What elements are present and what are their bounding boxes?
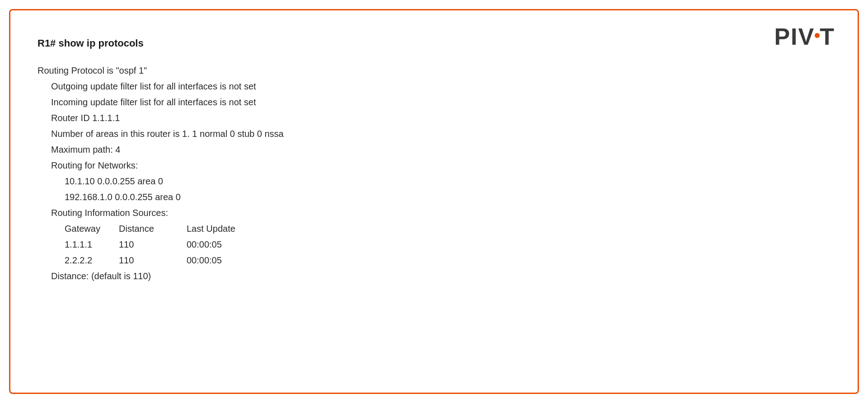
logo-dot [815, 33, 820, 38]
output-line-2: Outgoing update filter list for all inte… [51, 79, 830, 94]
table-row-2-gateway: 2.2.2.2 [65, 253, 119, 268]
table-row-2: 2.2.2.2 110 00:00:05 [65, 253, 830, 268]
output-block: Routing Protocol is "ospf 1" Outgoing up… [38, 63, 830, 284]
table-row-1-last-update: 00:00:05 [187, 237, 277, 253]
main-container: PIV T R1# show ip protocols Routing Prot… [9, 9, 859, 394]
output-line-9: 192.168.1.0 0.0.0.255 area 0 [65, 189, 830, 205]
output-line-last: Distance: (default is 110) [51, 268, 830, 284]
table-row-2-last-update: 00:00:05 [187, 253, 277, 268]
command-line: R1# show ip protocols [38, 37, 830, 49]
output-line-10: Routing Information Sources: [51, 205, 830, 221]
output-line-4: Router ID 1.1.1.1 [51, 110, 830, 126]
output-line-5: Number of areas in this router is 1. 1 n… [51, 126, 830, 142]
table-row-1-gateway: 1.1.1.1 [65, 237, 119, 253]
table-header-row: Gateway Distance Last Update [65, 221, 830, 237]
output-line-6: Maximum path: 4 [51, 142, 830, 158]
table-row-2-distance: 110 [119, 253, 187, 268]
output-line-3: Incoming update filter list for all inte… [51, 94, 830, 110]
logo-text-right: T [820, 23, 835, 50]
content-area: R1# show ip protocols Routing Protocol i… [10, 10, 858, 302]
output-line-1: Routing Protocol is "ospf 1" [38, 63, 830, 79]
table-row-1: 1.1.1.1 110 00:00:05 [65, 237, 830, 253]
output-line-7: Routing for Networks: [51, 158, 830, 173]
table-row-1-distance: 110 [119, 237, 187, 253]
output-line-8: 10.1.10 0.0.0.255 area 0 [65, 173, 830, 189]
table-header-gateway: Gateway [65, 221, 119, 237]
logo-text-left: PIV [774, 23, 815, 50]
table-header-last-update: Last Update [187, 221, 277, 237]
table-header-distance: Distance [119, 221, 187, 237]
logo: PIV T [774, 23, 835, 50]
